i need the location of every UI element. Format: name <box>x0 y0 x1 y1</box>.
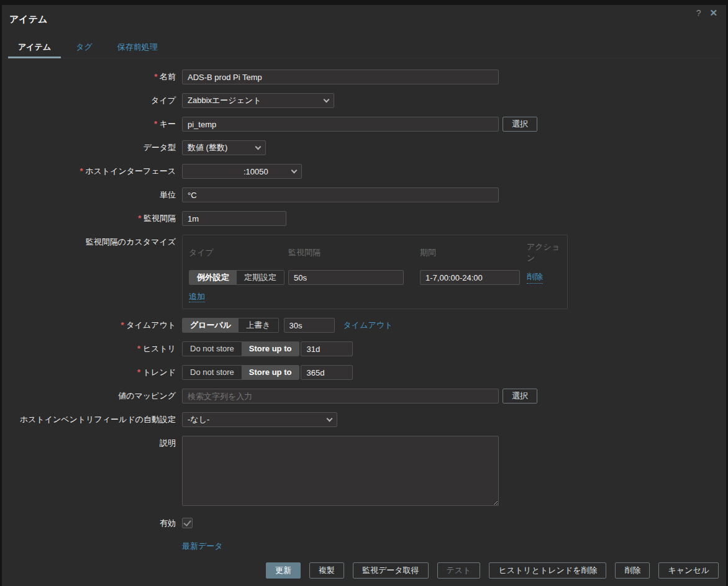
test-button[interactable]: テスト <box>437 562 481 579</box>
segment-timeout-global[interactable]: グローバル <box>183 318 239 332</box>
execute-now-button[interactable]: 監視データ取得 <box>353 562 429 579</box>
item-form: 名前 タイプ Zabbixエージェント キー 選択 データ型 <box>8 70 720 552</box>
tab-item[interactable]: アイテム <box>8 39 61 58</box>
key-label: キー <box>8 117 182 132</box>
timeout-label: タイムアウト <box>8 318 182 333</box>
inventory-select-value: -なし- <box>188 414 209 425</box>
data-type-label: データ型 <box>8 140 182 155</box>
row-custom-intervals: 監視間隔のカスタマイズ タイプ 監視間隔 期間 アクション 例外設定 定期設定 … <box>8 235 720 309</box>
row-host-interface: ホストインターフェース :10050 <box>8 164 720 179</box>
custom-interval-input[interactable] <box>288 270 404 285</box>
row-name: 名前 <box>8 70 720 84</box>
units-input[interactable] <box>182 187 499 202</box>
segment-timeout-override[interactable]: 上書き <box>239 318 278 332</box>
custom-intervals-label: 監視間隔のカスタマイズ <box>8 235 182 250</box>
value-mapping-label: 値のマッピング <box>8 389 182 403</box>
trends-segmented: Do not store Store up to <box>182 365 299 380</box>
custom-header-interval: 監視間隔 <box>288 247 420 258</box>
cancel-button[interactable]: キャンセル <box>658 562 719 579</box>
row-update-interval: 監視間隔 <box>8 211 720 226</box>
enabled-label: 有効 <box>8 516 182 531</box>
custom-interval-remove-link[interactable]: 削除 <box>527 271 543 284</box>
custom-interval-add-link[interactable]: 追加 <box>189 292 205 302</box>
name-input[interactable] <box>182 70 499 84</box>
timeout-settings-link[interactable]: タイムアウト <box>344 320 393 331</box>
chevron-down-icon <box>327 416 333 422</box>
close-icon[interactable]: ✕ <box>709 7 717 19</box>
timeout-input[interactable] <box>284 318 335 333</box>
help-icon[interactable]: ? <box>696 8 701 18</box>
segment-flexible[interactable]: 例外設定 <box>189 271 237 284</box>
trends-input[interactable] <box>301 365 353 380</box>
dialog-footer: 更新 複製 監視データ取得 テスト ヒストリとトレンドを削除 削除 キャンセル <box>266 562 719 579</box>
type-label: タイプ <box>8 93 182 108</box>
name-label: 名前 <box>8 70 182 84</box>
key-select-button[interactable]: 選択 <box>503 117 537 132</box>
update-interval-input[interactable] <box>182 211 286 226</box>
delete-button[interactable]: 削除 <box>615 562 650 579</box>
custom-period-input[interactable] <box>420 270 520 285</box>
history-segmented: Do not store Store up to <box>182 341 299 356</box>
row-inventory: ホストインベントリフィールドの自動設定 -なし- <box>8 412 720 427</box>
inventory-select[interactable]: -なし- <box>182 412 337 427</box>
row-enabled: 有効 <box>8 516 720 531</box>
row-units: 単位 <box>8 187 720 202</box>
row-timeout: タイムアウト グローバル 上書き タイムアウト <box>8 318 720 333</box>
segment-scheduling[interactable]: 定期設定 <box>237 271 284 284</box>
data-type-select[interactable]: 数値 (整数) <box>182 140 266 155</box>
host-interface-label: ホストインターフェース <box>8 164 182 179</box>
history-input[interactable] <box>301 341 353 356</box>
row-key: キー 選択 <box>8 117 720 132</box>
enabled-checkbox[interactable] <box>182 518 193 528</box>
custom-intervals-panel: タイプ 監視間隔 期間 アクション 例外設定 定期設定 削除 追加 <box>182 235 568 309</box>
type-select-value: Zabbixエージェント <box>188 95 262 106</box>
tab-tags[interactable]: タグ <box>66 39 102 58</box>
segment-history-storeupto[interactable]: Store up to <box>242 342 299 356</box>
row-description: 説明 <box>8 436 720 506</box>
row-latest-data: 最新データ <box>8 541 720 552</box>
history-label: ヒストリ <box>8 341 182 356</box>
trends-label: トレンド <box>8 365 182 380</box>
custom-header-type: タイプ <box>189 247 288 258</box>
latest-data-link[interactable]: 最新データ <box>182 541 223 552</box>
timeout-segmented: グローバル 上書き <box>182 318 279 333</box>
data-type-select-value: 数値 (整数) <box>188 142 227 153</box>
dialog-title: アイテム <box>8 5 720 25</box>
host-interface-select[interactable]: :10050 <box>182 164 302 179</box>
description-textarea[interactable] <box>182 436 499 506</box>
row-data-type: データ型 数値 (整数) <box>8 140 720 155</box>
update-button[interactable]: 更新 <box>266 562 301 579</box>
custom-header-period: 期間 <box>420 247 527 258</box>
description-label: 説明 <box>8 436 182 451</box>
segment-history-donotstore[interactable]: Do not store <box>183 342 242 356</box>
update-interval-label: 監視間隔 <box>8 211 182 226</box>
inventory-label: ホストインベントリフィールドの自動設定 <box>8 412 182 427</box>
custom-interval-type-segmented: 例外設定 定期設定 <box>189 270 284 285</box>
segment-trends-storeupto[interactable]: Store up to <box>242 366 299 379</box>
segment-trends-donotstore[interactable]: Do not store <box>183 366 242 379</box>
row-value-mapping: 値のマッピング 選択 <box>8 389 720 403</box>
clone-button[interactable]: 複製 <box>309 562 344 579</box>
row-history: ヒストリ Do not store Store up to <box>8 341 720 356</box>
chevron-down-icon <box>255 144 262 150</box>
chevron-down-icon <box>291 168 298 174</box>
tab-bar: アイテム タグ 保存前処理 <box>8 39 720 58</box>
key-input[interactable] <box>182 117 499 132</box>
chevron-down-icon <box>324 97 330 103</box>
host-interface-select-value: :10050 <box>188 167 268 176</box>
row-trends: トレンド Do not store Store up to <box>8 365 720 380</box>
tab-preprocessing[interactable]: 保存前処理 <box>107 39 168 58</box>
custom-interval-row: 例外設定 定期設定 削除 <box>189 270 561 285</box>
value-mapping-input[interactable] <box>182 389 499 403</box>
units-label: 単位 <box>8 187 182 202</box>
value-mapping-select-button[interactable]: 選択 <box>503 389 537 403</box>
row-type: タイプ Zabbixエージェント <box>8 93 720 108</box>
clear-history-trends-button[interactable]: ヒストリとトレンドを削除 <box>489 562 606 579</box>
type-select[interactable]: Zabbixエージェント <box>182 93 334 108</box>
item-dialog: ? ✕ アイテム アイテム タグ 保存前処理 名前 タイプ Zabbixエージェ… <box>2 5 726 586</box>
custom-header-action: アクション <box>527 241 561 264</box>
